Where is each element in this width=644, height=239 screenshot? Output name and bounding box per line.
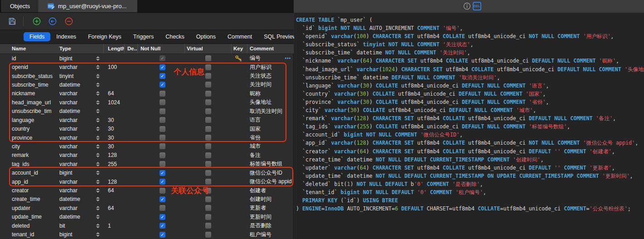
tab-fields[interactable]: Fields bbox=[24, 32, 50, 41]
field-row-nickname[interactable]: nicknamevarchar64昵称 bbox=[0, 89, 293, 98]
virtual-checkbox[interactable] bbox=[205, 108, 211, 114]
more-options-button[interactable]: ••• bbox=[285, 56, 291, 61]
not-null-checkbox[interactable] bbox=[160, 99, 165, 105]
virtual-checkbox[interactable] bbox=[205, 214, 211, 220]
field-row-province[interactable]: provincevarchar30省份 bbox=[0, 133, 293, 142]
type-stepper[interactable] bbox=[96, 109, 100, 113]
field-row-unsubscribe_tim[interactable]: unsubscribe_timdatetime取消关注时间 bbox=[0, 107, 293, 116]
virtual-checkbox[interactable] bbox=[205, 205, 211, 211]
not-null-checkbox[interactable] bbox=[160, 108, 165, 114]
type-stepper[interactable] bbox=[96, 215, 100, 219]
type-stepper[interactable] bbox=[96, 127, 100, 131]
field-row-remark[interactable]: remarkvarchar128备注 bbox=[0, 151, 293, 160]
not-null-checkbox[interactable] bbox=[160, 126, 165, 132]
not-null-checkbox[interactable] bbox=[160, 161, 165, 167]
sql-preview-panel[interactable]: CREATE TABLE `mp_user` ( `id` bigint NOT… bbox=[294, 13, 644, 239]
not-null-checkbox[interactable] bbox=[160, 82, 165, 88]
type-stepper[interactable] bbox=[96, 188, 100, 193]
field-row-tenant_id[interactable]: tenant_idbigint租户编号 bbox=[0, 230, 293, 239]
insert-field-button[interactable] bbox=[48, 17, 57, 25]
field-row-subscribe_status[interactable]: subscribe_statustinyint关注状态 bbox=[0, 72, 293, 80]
field-row-city[interactable]: cityvarchar30城市 bbox=[0, 142, 293, 151]
tab-comment[interactable]: Comment bbox=[222, 32, 258, 41]
not-null-checkbox[interactable] bbox=[160, 73, 165, 79]
virtual-checkbox[interactable] bbox=[205, 126, 211, 132]
not-null-checkbox[interactable] bbox=[160, 205, 165, 211]
tab-indexes[interactable]: Indexes bbox=[50, 32, 82, 41]
type-stepper[interactable] bbox=[96, 162, 100, 166]
virtual-checkbox[interactable] bbox=[205, 152, 211, 158]
not-null-checkbox[interactable] bbox=[160, 196, 165, 202]
tab-options[interactable]: Options bbox=[190, 32, 222, 41]
type-stepper[interactable] bbox=[96, 224, 100, 228]
not-null-checkbox[interactable] bbox=[160, 232, 165, 238]
virtual-checkbox[interactable] bbox=[205, 196, 211, 202]
type-stepper[interactable] bbox=[96, 100, 100, 105]
column-header-length[interactable]: Length bbox=[103, 44, 124, 54]
field-row-tag_ids[interactable]: tag_idsvarchar255标签编号数组 bbox=[0, 160, 293, 168]
type-stepper[interactable] bbox=[96, 232, 100, 237]
field-row-country[interactable]: countryvarchar30国家 bbox=[0, 124, 293, 133]
field-row-app_id[interactable]: app_idvarchar128微信公众号 appid bbox=[0, 177, 293, 186]
field-row-openid[interactable]: openidvarchar100用户标识 bbox=[0, 63, 293, 71]
column-header-virtual[interactable]: Virtual bbox=[184, 44, 231, 54]
tab-mp-user[interactable]: mp_user@ruoyi-vue-pro... bbox=[39, 0, 137, 12]
not-null-checkbox[interactable] bbox=[160, 64, 165, 70]
virtual-checkbox[interactable] bbox=[205, 91, 211, 97]
delete-field-button[interactable] bbox=[65, 17, 73, 25]
type-stepper[interactable] bbox=[96, 206, 100, 210]
virtual-checkbox[interactable] bbox=[205, 188, 211, 194]
info-icon[interactable] bbox=[463, 2, 471, 10]
type-stepper[interactable] bbox=[96, 171, 100, 175]
field-row-language[interactable]: languagevarchar30语言 bbox=[0, 116, 293, 124]
not-null-checkbox[interactable] bbox=[160, 223, 165, 229]
field-row-account_id[interactable]: account_idbigint微信公众号ID bbox=[0, 168, 293, 177]
column-header-name[interactable]: Name bbox=[8, 44, 58, 54]
virtual-checkbox[interactable] bbox=[205, 170, 211, 176]
virtual-checkbox[interactable] bbox=[205, 82, 211, 88]
not-null-checkbox[interactable] bbox=[160, 179, 165, 185]
ddl-icon[interactable]: DDL bbox=[473, 2, 481, 10]
field-row-deleted[interactable]: deletedbit1是否删除 bbox=[0, 221, 293, 230]
virtual-checkbox[interactable] bbox=[205, 223, 211, 229]
type-stepper[interactable] bbox=[96, 153, 100, 157]
not-null-checkbox[interactable] bbox=[160, 117, 165, 123]
tab-foreign-keys[interactable]: Foreign Keys bbox=[82, 32, 127, 41]
add-field-button[interactable] bbox=[33, 17, 41, 25]
field-row-id[interactable]: idbigint1编号••• bbox=[0, 54, 293, 63]
field-row-subscribe_time[interactable]: subscribe_timedatetime关注时间 bbox=[0, 80, 293, 89]
field-row-head_image_url[interactable]: head_image_urlvarchar1024头像地址 bbox=[0, 98, 293, 107]
not-null-checkbox[interactable] bbox=[160, 214, 165, 220]
column-header-key[interactable]: Key bbox=[231, 44, 247, 54]
not-null-checkbox[interactable] bbox=[160, 143, 165, 149]
type-stepper[interactable] bbox=[96, 136, 100, 140]
not-null-checkbox[interactable] bbox=[160, 135, 165, 141]
not-null-checkbox[interactable] bbox=[160, 188, 165, 194]
virtual-checkbox[interactable] bbox=[205, 55, 211, 61]
field-row-updater[interactable]: updatervarchar64更新者 bbox=[0, 204, 293, 212]
virtual-checkbox[interactable] bbox=[205, 143, 211, 149]
save-button[interactable] bbox=[8, 17, 16, 25]
not-null-checkbox[interactable] bbox=[160, 170, 165, 176]
tab-checks[interactable]: Checks bbox=[160, 32, 190, 41]
virtual-checkbox[interactable] bbox=[205, 161, 211, 167]
virtual-checkbox[interactable] bbox=[205, 64, 211, 70]
not-null-checkbox[interactable] bbox=[160, 55, 165, 61]
virtual-checkbox[interactable] bbox=[205, 179, 211, 185]
virtual-checkbox[interactable] bbox=[205, 117, 211, 123]
type-stepper[interactable] bbox=[96, 74, 100, 78]
column-header-comment[interactable]: Comment bbox=[247, 44, 294, 54]
type-stepper[interactable] bbox=[96, 180, 100, 184]
type-stepper[interactable] bbox=[96, 83, 100, 87]
tab-triggers[interactable]: Triggers bbox=[127, 32, 160, 41]
type-stepper[interactable] bbox=[96, 91, 100, 96]
virtual-checkbox[interactable] bbox=[205, 73, 211, 79]
column-header-de[interactable]: De... bbox=[124, 44, 137, 54]
column-header-notnull[interactable]: Not Null bbox=[137, 44, 184, 54]
not-null-checkbox[interactable] bbox=[160, 91, 165, 97]
virtual-checkbox[interactable] bbox=[205, 135, 211, 141]
field-row-update_time[interactable]: update_timedatetime更新时间 bbox=[0, 213, 293, 221]
field-row-creator[interactable]: creatorvarchar64创建者 bbox=[0, 186, 293, 195]
type-stepper[interactable] bbox=[96, 144, 100, 149]
field-row-create_time[interactable]: create_timedatetime创建时间 bbox=[0, 195, 293, 204]
